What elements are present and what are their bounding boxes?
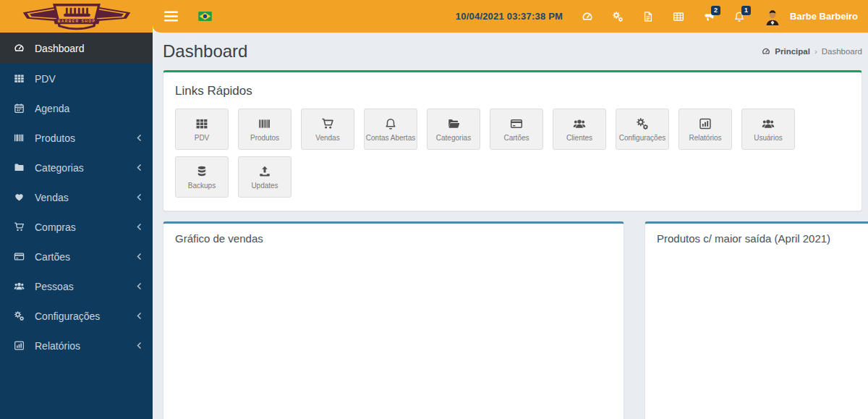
datetime-display: 10/04/2021 03:37:38 PM (456, 11, 563, 22)
quicklink-label: Vendas (315, 134, 339, 142)
sidebar-item-label: Categorias (35, 162, 84, 174)
quick-links-grid: PDV Produtos Vendas Contas Abertas Categ (175, 109, 850, 198)
dashboard-shortcut-icon[interactable] (582, 11, 593, 22)
sidebar-item-label: Cartões (35, 251, 70, 263)
chevron-left-icon (136, 164, 142, 172)
table-shortcut-icon[interactable] (673, 11, 684, 22)
sidebar-item-agenda[interactable]: Agenda (0, 93, 153, 123)
chevron-left-icon (136, 253, 142, 261)
app-logo[interactable]: BARBER SHOP (0, 0, 153, 33)
quicklink-label: Categorias (436, 134, 471, 142)
quicklink-cartoes[interactable]: Cartões (490, 109, 543, 150)
quicklink-vendas[interactable]: Vendas (301, 109, 354, 150)
users-icon (12, 281, 26, 292)
quicklink-backups[interactable]: Backups (175, 156, 229, 198)
main-content: Dashboard Principal › Dashboard Links Rá… (153, 33, 868, 419)
sidebar-item-label: Compras (35, 221, 76, 233)
quicklink-label: Cartões (503, 134, 529, 142)
database-icon (195, 165, 208, 178)
sidebar-item-label: Agenda (35, 103, 69, 114)
cart-icon (12, 221, 26, 232)
announcements-button[interactable]: 2 (703, 11, 715, 22)
quicklink-clientes[interactable]: Clientes (553, 109, 606, 150)
sidebar-item-label: Vendas (35, 192, 69, 203)
quicklink-updates[interactable]: Updates (238, 156, 292, 198)
quicklink-pdv[interactable]: PDV (175, 109, 229, 150)
sidebar-item-label: Relatórios (35, 340, 80, 352)
hamburger-menu-button[interactable] (161, 8, 181, 25)
tachometer-icon (762, 47, 770, 56)
settings-shortcut-icon[interactable] (612, 11, 624, 22)
user-name[interactable]: Barbe Barbeiro (790, 11, 858, 22)
sidebar-item-vendas[interactable]: Vendas (0, 182, 153, 212)
quicklink-categorias[interactable]: Categorias (427, 109, 480, 150)
users-icon (762, 117, 775, 130)
sidebar-item-label: Produtos (35, 132, 75, 144)
bell-icon (384, 117, 397, 130)
page-header: Dashboard Principal › Dashboard (163, 33, 862, 70)
upload-icon (258, 165, 271, 178)
sidebar-item-pessoas[interactable]: Pessoas (0, 271, 153, 301)
quick-links-title: Links Rápidos (175, 84, 850, 98)
grid-icon (195, 117, 208, 130)
quicklink-label: Usuários (754, 134, 782, 142)
sidebar-item-label: PDV (35, 73, 56, 85)
dashboard-panels-row: Gráfico de vendas Produtos c/ maior saíd… (163, 221, 862, 419)
quicklink-label: PDV (195, 134, 210, 142)
navbar-right-group: 10/04/2021 03:37:38 PM 2 (456, 8, 858, 25)
page-title: Dashboard (163, 41, 247, 62)
announcements-badge: 2 (711, 6, 720, 15)
cogs-icon (636, 117, 649, 130)
sales-chart-title: Gráfico de vendas (175, 232, 612, 245)
breadcrumb: Principal › Dashboard (762, 47, 862, 56)
breadcrumb-separator: › (814, 47, 817, 56)
quicklink-produtos[interactable]: Produtos (238, 109, 292, 150)
chevron-left-icon (136, 134, 142, 142)
sales-chart-card: Gráfico de vendas (163, 221, 624, 419)
quicklink-usuarios[interactable]: Usuários (741, 109, 795, 150)
barcode-icon (258, 117, 271, 130)
grid-icon (12, 73, 26, 84)
document-shortcut-icon[interactable] (642, 11, 654, 22)
app-window: BARBER SHOP 10/04/2021 03:37:38 PM (0, 0, 868, 419)
chevron-left-icon (136, 342, 142, 350)
sidebar-item-dashboard[interactable]: Dashboard (0, 33, 153, 64)
heart-icon (12, 192, 26, 203)
quicklink-relatorios[interactable]: Relatórios (678, 109, 732, 150)
credit-card-icon (12, 251, 26, 262)
quicklink-label: Produtos (250, 134, 279, 142)
top-products-title: Produtos c/ maior saída (April 2021) (657, 232, 868, 245)
user-avatar[interactable] (764, 8, 781, 25)
chevron-left-icon (136, 223, 142, 231)
sidebar-item-relatorios[interactable]: Relatórios (0, 331, 153, 360)
barber-shop-logo-icon: BARBER SHOP (19, 2, 135, 31)
sidebar-item-produtos[interactable]: Produtos (0, 123, 153, 153)
cogs-icon (12, 310, 26, 321)
sidebar-item-cartoes[interactable]: Cartões (0, 242, 153, 271)
folder-icon (12, 162, 26, 173)
top-navbar: 10/04/2021 03:37:38 PM 2 (153, 0, 868, 33)
tachometer-icon (12, 43, 26, 54)
credit-card-icon (510, 117, 523, 130)
breadcrumb-root[interactable]: Principal (775, 47, 810, 56)
brazil-flag-icon[interactable] (198, 12, 212, 21)
sidebar-item-compras[interactable]: Compras (0, 212, 153, 242)
chevron-left-icon (136, 282, 142, 290)
quicklink-configuracoes[interactable]: Configurações (616, 109, 669, 150)
quick-links-card: Links Rápidos PDV Produtos Vendas Contas… (163, 70, 862, 211)
calendar-icon (12, 103, 26, 114)
notifications-button[interactable]: 1 (733, 11, 745, 22)
chart-icon (699, 117, 712, 130)
quicklink-label: Configurações (619, 134, 665, 142)
top-products-card: Produtos c/ maior saída (April 2021) (644, 221, 868, 419)
sidebar-item-label: Dashboard (35, 43, 85, 54)
quicklink-label: Contas Abertas (366, 134, 415, 142)
quicklink-contas-abertas[interactable]: Contas Abertas (364, 109, 417, 150)
sidebar-item-configuracoes[interactable]: Configurações (0, 301, 153, 331)
cart-icon (321, 117, 334, 130)
chevron-left-icon (136, 312, 142, 320)
chart-icon (12, 340, 26, 351)
sidebar-item-pdv[interactable]: PDV (0, 64, 153, 93)
sidebar-item-categorias[interactable]: Categorias (0, 153, 153, 182)
quicklink-label: Updates (251, 182, 278, 190)
